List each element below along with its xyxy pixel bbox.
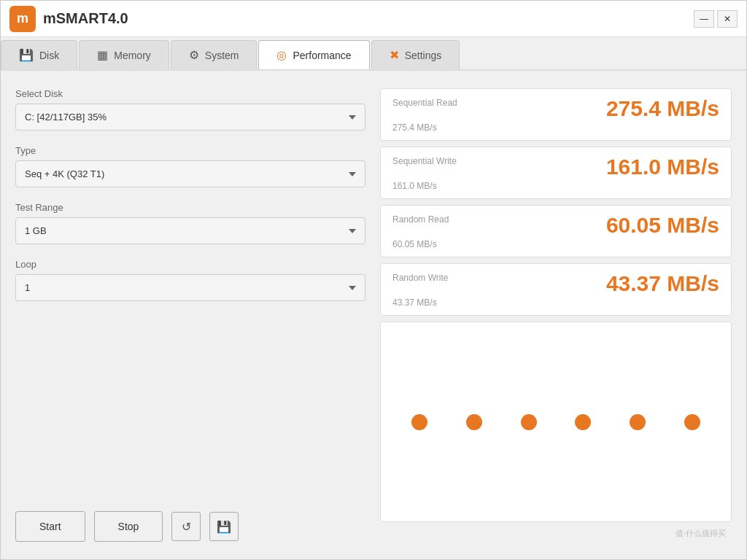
tab-system-label: System — [205, 50, 239, 61]
seq-write-value-large: 161.0 MB/s — [606, 155, 719, 179]
save-button[interactable]: 💾 — [209, 512, 239, 541]
type-label: Type — [15, 145, 365, 156]
rand-read-value-large: 60.05 MB/s — [606, 213, 719, 238]
seq-write-value-small: 161.0 MB/s — [392, 181, 719, 191]
seq-read-value-large: 275.4 MB/s — [606, 96, 719, 121]
tab-system[interactable]: ⚙ System — [171, 40, 258, 69]
rand-write-value-large: 43.37 MB/s — [606, 271, 719, 296]
test-range-label: Test Range — [15, 202, 365, 213]
dot-6 — [684, 414, 700, 430]
performance-icon: ◎ — [276, 48, 287, 62]
metric-top-seq-write: Sequential Write 161.0 MB/s — [392, 155, 719, 179]
metric-card-rand-read: Random Read 60.05 MB/s 60.05 MB/s — [380, 205, 732, 257]
left-panel: Select Disk C: [42/117GB] 35% Type Seq +… — [15, 88, 365, 542]
refresh-icon: ↺ — [182, 520, 191, 534]
metric-card-rand-write: Random Write 43.37 MB/s 43.37 MB/s — [380, 263, 732, 316]
metric-card-seq-write: Sequential Write 161.0 MB/s 161.0 MB/s — [380, 147, 732, 199]
tab-bar: 💾 Disk ▦ Memory ⚙ System ◎ Performance ✖… — [1, 37, 746, 71]
app-logo: m — [9, 6, 36, 32]
loop-dropdown[interactable]: 1 — [15, 274, 365, 301]
app-title: mSMART4.0 — [43, 10, 128, 27]
dots-card — [380, 322, 732, 522]
test-range-group: Test Range 1 GB — [15, 202, 365, 244]
refresh-button[interactable]: ↺ — [171, 512, 201, 541]
settings-icon: ✖ — [390, 48, 399, 62]
select-disk-group: Select Disk C: [42/117GB] 35% — [15, 88, 365, 131]
select-disk-dropdown[interactable]: C: [42/117GB] 35% — [15, 104, 365, 131]
buttons-row: Start Stop ↺ 💾 — [15, 504, 365, 542]
type-group: Type Seq + 4K (Q32 T1) — [15, 145, 365, 187]
save-icon: 💾 — [217, 520, 231, 534]
minimize-button[interactable]: — — [694, 10, 714, 28]
close-button[interactable]: ✕ — [717, 10, 738, 28]
tab-disk-label: Disk — [39, 50, 59, 61]
test-range-dropdown[interactable]: 1 GB — [15, 217, 365, 244]
metric-top-rand-read: Random Read 60.05 MB/s — [392, 213, 719, 238]
system-icon: ⚙ — [189, 48, 199, 62]
rand-write-value-small: 43.37 MB/s — [392, 298, 719, 308]
watermark: 值·什么值得买 — [380, 528, 732, 542]
window-controls: — ✕ — [694, 10, 738, 28]
seq-write-label: Sequential Write — [392, 156, 457, 166]
metric-card-seq-read: Sequential Read 275.4 MB/s 275.4 MB/s — [380, 88, 732, 141]
metric-top-seq-read: Sequential Read 275.4 MB/s — [392, 96, 719, 121]
rand-read-value-small: 60.05 MB/s — [392, 239, 719, 249]
tab-performance[interactable]: ◎ Performance — [258, 40, 369, 69]
seq-read-value-small: 275.4 MB/s — [392, 122, 719, 133]
title-bar: m mSMART4.0 — ✕ — [1, 1, 746, 37]
loop-label: Loop — [15, 259, 365, 270]
tab-settings[interactable]: ✖ Settings — [371, 40, 460, 69]
type-dropdown[interactable]: Seq + 4K (Q32 T1) — [15, 160, 365, 187]
rand-read-label: Random Read — [392, 214, 449, 225]
tab-performance-label: Performance — [293, 50, 351, 61]
tab-memory-label: Memory — [114, 50, 151, 61]
tab-disk[interactable]: 💾 Disk — [1, 40, 77, 69]
main-content: Select Disk C: [42/117GB] 35% Type Seq +… — [1, 71, 746, 559]
tab-memory[interactable]: ▦ Memory — [79, 40, 169, 69]
dot-2 — [466, 414, 482, 430]
dot-5 — [630, 414, 646, 430]
title-left: m mSMART4.0 — [9, 6, 128, 32]
start-button[interactable]: Start — [15, 511, 85, 542]
rand-write-label: Random Write — [392, 273, 448, 283]
dot-4 — [575, 414, 591, 430]
dot-3 — [521, 414, 537, 430]
logo-text: m — [17, 11, 28, 26]
metric-top-rand-write: Random Write 43.37 MB/s — [392, 271, 719, 296]
tab-settings-label: Settings — [405, 50, 442, 61]
disk-icon: 💾 — [19, 48, 34, 62]
select-disk-label: Select Disk — [15, 88, 365, 99]
app-window: m mSMART4.0 — ✕ 💾 Disk ▦ Memory ⚙ System… — [0, 0, 747, 560]
dot-1 — [411, 414, 427, 430]
right-panel: Sequential Read 275.4 MB/s 275.4 MB/s Se… — [380, 88, 732, 542]
stop-button[interactable]: Stop — [94, 511, 163, 542]
loop-group: Loop 1 — [15, 259, 365, 301]
seq-read-label: Sequential Read — [392, 98, 457, 108]
memory-icon: ▦ — [97, 48, 108, 62]
